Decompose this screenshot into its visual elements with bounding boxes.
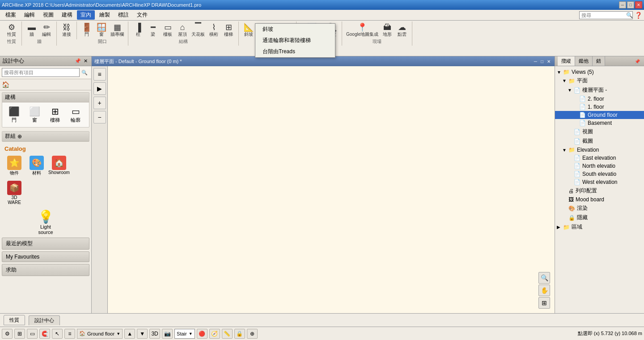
close-button[interactable]: ✕ (635, 1, 642, 8)
tab-properties[interactable]: 性質 (4, 315, 25, 325)
canvas-close-btn[interactable]: ✕ (546, 59, 552, 64)
dropdown-item-passage[interactable]: 通道輪廓和著陸樓梯 (255, 35, 335, 46)
view-3d-btn[interactable]: 3D (149, 329, 160, 339)
bottom-arrow-btn[interactable]: ↖ (52, 329, 63, 339)
help-link[interactable]: 求助 (2, 264, 89, 276)
tree-item-render[interactable]: 🎨 渲染 (555, 204, 644, 213)
tree-item-1floor[interactable]: 📄 1. floor (555, 103, 644, 111)
catalog-item-showroom[interactable]: 🏠 Showroom (49, 155, 69, 177)
toolbar-btn-door[interactable]: 🚪 門 (80, 22, 94, 38)
toolbar-btn-wall-column[interactable]: ▦ 牆專欄 (109, 22, 125, 38)
minimize-button[interactable]: ─ (619, 1, 626, 8)
tab-design-center[interactable]: 設計中心 (29, 315, 60, 325)
stair-dropdown-btn[interactable]: ▼ (189, 332, 193, 336)
maximize-button[interactable]: □ (627, 1, 634, 8)
menu-annotation[interactable]: 標註 (114, 10, 132, 20)
tree-item-mood[interactable]: 🖼 Mood board (555, 196, 644, 204)
zoom-in-btn[interactable]: 🔍 (538, 272, 550, 284)
tree-item-views[interactable]: ▼ 📁 Views (5) (555, 68, 644, 76)
toolbar-btn-window[interactable]: 🪟 窗 (94, 22, 109, 38)
catalog-item-objects[interactable]: ⭐ 物件 (4, 155, 24, 177)
panel-close-btn[interactable]: ✕ (83, 58, 89, 64)
catalog-item-3dware[interactable]: 📦 3D WARE (4, 180, 24, 206)
panel-item-door[interactable]: ⬛ 門 (5, 105, 23, 124)
layer-btn[interactable]: 🔴 (197, 329, 208, 339)
canvas-tool-minus[interactable]: − (93, 111, 106, 123)
tree-expand-floor-plan[interactable]: ▼ (568, 88, 573, 93)
toolbar-btn-connect[interactable]: ⛓ 連接 (59, 22, 74, 38)
panel-item-stairs[interactable]: ⊞ 樓梯 (46, 105, 64, 124)
menu-draw[interactable]: 繪製 (96, 10, 114, 20)
menu-view[interactable]: 視圖 (39, 10, 57, 20)
toolbar-btn-terrain[interactable]: 🏔 地形 (380, 22, 394, 38)
canvas-tool-plus[interactable]: + (93, 97, 106, 109)
measure-btn[interactable]: 📏 (222, 329, 233, 339)
menu-interior[interactable]: 室內 (77, 10, 95, 20)
tree-expand-views[interactable]: ▼ (557, 70, 562, 75)
search-input[interactable] (581, 13, 626, 18)
tree-item-section[interactable]: 📄 截圖 (555, 136, 644, 146)
tree-item-ground[interactable]: 📄 Ground floor (555, 111, 644, 119)
right-tab-other[interactable]: 鑑他 (575, 56, 593, 66)
tree-item-2floor[interactable]: 📄 2. floor (555, 95, 644, 103)
tree-item-print[interactable]: 🖨 列印配置 (555, 186, 644, 196)
compass-btn[interactable]: 🧭 (209, 329, 220, 339)
light-source-item[interactable]: 💡 Light source (0, 208, 91, 237)
floor-up-btn[interactable]: ▲ (124, 329, 135, 339)
snap2-btn[interactable]: ⊕ (247, 329, 258, 339)
tree-item-region[interactable]: ▶ 📁 區域 (555, 222, 644, 232)
toolbar-btn-wall[interactable]: ▬ 牆 (25, 22, 39, 38)
panel-item-profile[interactable]: ▭ 輪廓 (67, 105, 85, 124)
floor-down-btn[interactable]: ▼ (137, 329, 148, 339)
bottom-snap-btn[interactable]: 🧲 (39, 329, 50, 339)
toolbar-btn-wall-edit[interactable]: ✏ 編輯 (39, 22, 54, 38)
cam-btn[interactable]: 📷 (162, 329, 173, 339)
bottom-grid-btn[interactable]: ⊞ (14, 329, 25, 339)
toolbar-btn-cloud[interactable]: ☁ 點雲 (395, 22, 409, 38)
lock-btn[interactable]: 🔒 (234, 329, 245, 339)
floor-dropdown-btn[interactable]: ▼ (116, 332, 120, 336)
tree-item-basement[interactable]: 📄 Basement (555, 119, 644, 127)
toolbar-btn-rafter[interactable]: ⌇ 橫桁 (207, 22, 221, 38)
floor-selector[interactable]: 🏠 Ground floor ▼ (77, 329, 123, 339)
panel-item-window[interactable]: ⬜ 窗 (25, 105, 43, 124)
toolbar-btn-roof[interactable]: ⌂ 屋頂 (175, 22, 190, 38)
help-icon[interactable]: ❓ (635, 12, 642, 19)
tree-item-elevation[interactable]: ▼ 📁 Elevation (555, 146, 644, 154)
toolbar-btn-ramp[interactable]: 📐 斜坡 (242, 22, 256, 38)
menu-edit[interactable]: 編輯 (21, 10, 38, 20)
catalog-item-materials[interactable]: 🎨 材料 (27, 155, 47, 177)
canvas-tool-list[interactable]: ≡ (93, 68, 106, 81)
bottom-settings-btn[interactable]: ⚙ (2, 329, 13, 339)
canvas-tool-arrow[interactable]: ▶ (93, 82, 106, 95)
toolbar-btn-ceiling[interactable]: ▔ 天花板 (190, 22, 206, 38)
tree-item-plane[interactable]: ▼ 📁 平面 (555, 76, 644, 85)
bottom-select-btn[interactable]: ▭ (27, 329, 38, 339)
home-button[interactable]: 🏠 (2, 81, 9, 88)
tree-item-view[interactable]: 📄 視圖 (555, 127, 644, 136)
panel-search-input[interactable] (2, 68, 80, 77)
right-tab-error[interactable]: 錯 (593, 56, 605, 66)
tree-item-east[interactable]: 📄 East elevation (555, 154, 644, 162)
right-panel-pin-btn[interactable]: 📌 (633, 59, 641, 64)
toolbar-btn-stairs[interactable]: ⊞ 樓梯 (221, 22, 236, 38)
zoom-grid-btn[interactable]: ⊞ (538, 297, 550, 309)
tree-item-south[interactable]: 📄 South elevatio (555, 170, 644, 178)
tree-item-hidden[interactable]: 🔒 隱藏 (555, 213, 644, 222)
my-favourites-link[interactable]: My Favourites (2, 251, 89, 262)
tree-expand-elevation[interactable]: ▼ (562, 148, 568, 153)
tree-expand-plane[interactable]: ▼ (562, 78, 568, 83)
tree-expand-region[interactable]: ▶ (557, 225, 562, 230)
canvas-viewport[interactable]: ≡ ▶ + − 🔍 ✋ ⊞ (92, 66, 555, 313)
right-tab-views[interactable]: 攬縱 (558, 56, 575, 66)
toolbar-btn-property[interactable]: ⚙ 性質 (4, 22, 19, 38)
recent-models-link[interactable]: 最近的模型 (2, 238, 89, 250)
toolbar-btn-google[interactable]: 📍 Google地圖集成 (345, 22, 380, 38)
tree-item-north[interactable]: 📄 North elevatio (555, 162, 644, 170)
stair-selector[interactable]: Stair ▼ (174, 329, 195, 339)
menu-file[interactable]: 檔案 (2, 10, 20, 20)
panel-pin-btn[interactable]: 📌 (74, 58, 82, 64)
canvas-minimize-btn[interactable]: ─ (533, 59, 538, 64)
tree-item-west[interactable]: 📄 West elevation (555, 178, 644, 186)
toolbar-btn-column[interactable]: ▐ 柱 (131, 22, 145, 38)
